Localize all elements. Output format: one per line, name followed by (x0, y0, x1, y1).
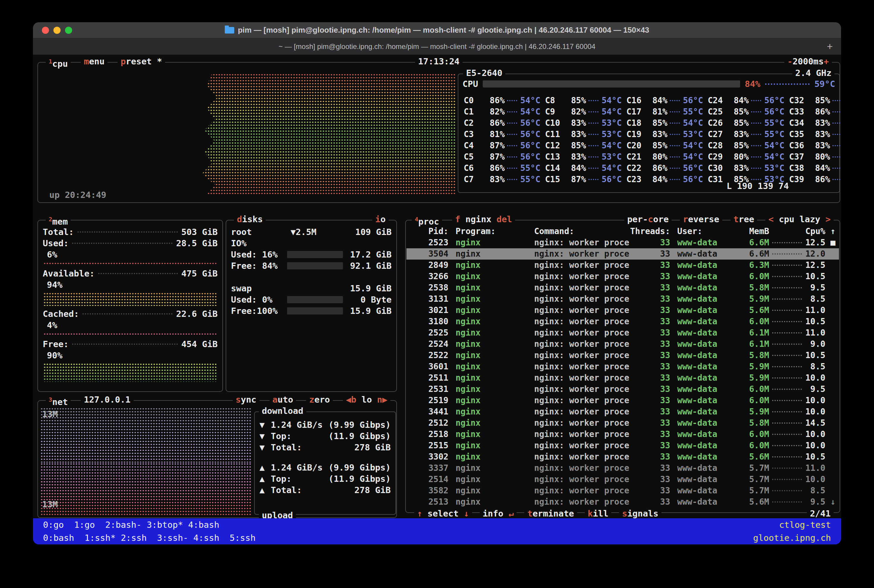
process-row[interactable]: 2519nginxnginx: worker proce33www-data6.… (406, 395, 839, 406)
mem-used-graph (44, 262, 217, 266)
tmux-window-list[interactable]: 0:go 1:go 2:bash- 3:btop* 4:bash (43, 520, 220, 530)
process-row[interactable]: 2531nginxnginx: worker proce33www-data6.… (406, 384, 839, 395)
interval-increase-button[interactable]: + (824, 56, 829, 66)
titlebar[interactable]: pim — [mosh] pim@glootie.ipng.ch: /home/… (33, 22, 841, 38)
net-ip-address: 127.0.0.1 (81, 394, 133, 408)
cpu-total-label: CPU (463, 78, 478, 90)
cpu-core: C1885%54°C (624, 117, 706, 129)
process-row[interactable]: 2514nginxnginx: worker proce33www-data5.… (406, 474, 839, 485)
process-row[interactable]: 3504nginxnginx: worker proce33www-data6.… (406, 248, 839, 260)
net-zero-button[interactable]: zero (306, 394, 333, 405)
terminate-control[interactable]: terminate (524, 508, 577, 519)
process-panel: 4proc f nginx del per-core reverse tree … (405, 220, 840, 513)
cpu-total-temp: 59°C (814, 78, 835, 90)
net-sync-button[interactable]: sync (233, 394, 259, 405)
reverse-toggle[interactable]: reverse (680, 214, 722, 225)
process-row[interactable]: 2849nginxnginx: worker proce33www-data6.… (406, 260, 839, 271)
process-row[interactable]: 3441nginxnginx: worker proce33www-data5.… (406, 406, 839, 417)
download-arrow-icon: ▼ (259, 430, 271, 442)
process-row[interactable]: 3180nginxnginx: worker proce33www-data6.… (406, 316, 839, 327)
process-row[interactable]: 3302nginxnginx: worker proce33www-data5.… (406, 451, 839, 462)
hostname-label: glootie.ipng.ch (753, 533, 831, 543)
mem-box-label[interactable]: 2mem (46, 214, 71, 227)
cpu-core: C1684%56°C (624, 95, 706, 106)
download-arrow-icon: ▼ (259, 442, 271, 453)
process-row[interactable]: 2523nginxnginx: worker proce33www-data6.… (406, 237, 839, 248)
swap-used-row: Used: 0%0 Byte (231, 294, 391, 305)
process-row[interactable]: 2525nginxnginx: worker proce33www-data6.… (406, 327, 839, 339)
menu-button[interactable]: menu (81, 56, 107, 69)
process-row[interactable]: 2538nginxnginx: worker proce33www-data5.… (406, 282, 839, 293)
process-row[interactable]: 3266nginxnginx: worker proce33www-data6.… (406, 271, 839, 282)
new-tab-button[interactable]: + (827, 40, 833, 52)
prev-interface-button[interactable]: ◀b (346, 394, 356, 405)
process-row[interactable]: 2515nginxnginx: worker proce33www-data6.… (406, 440, 839, 451)
process-row[interactable]: 3582nginxnginx: worker proce33www-data5.… (406, 485, 839, 496)
sort-next-button[interactable]: > (826, 214, 830, 224)
process-filter[interactable]: f nginx del (452, 214, 515, 227)
process-row[interactable]: 3021nginxnginx: worker proce33www-data5.… (406, 304, 839, 316)
preset-button[interactable]: preset * (117, 56, 165, 69)
kill-control[interactable]: kill (585, 508, 612, 519)
scrollbar-thumb[interactable]: ■ (825, 237, 835, 248)
process-row[interactable]: 2511nginxnginx: worker proce33www-data5.… (406, 372, 839, 384)
zoom-button[interactable] (65, 27, 72, 34)
cpu-core: C3285%53°C (787, 95, 841, 106)
disks-box-label[interactable]: disks (234, 214, 266, 225)
screen-window-list[interactable]: 0:bash 1:ssh* 2:ssh 3:ssh- 4:ssh 5:ssh (43, 533, 256, 543)
cpu-core: C2585%56°C (706, 106, 787, 117)
upload-top-row: ▲Top:(11.9 Gibps) (255, 473, 396, 484)
process-cpu-graph (772, 332, 802, 333)
next-interface-button[interactable]: n▶ (377, 394, 387, 405)
process-cpu-graph (772, 468, 802, 469)
tree-toggle[interactable]: tree (731, 214, 757, 225)
memory-panel-title: 2mem (46, 214, 71, 227)
interface-name: lo (356, 394, 377, 405)
per-core-toggle[interactable]: per-core (624, 214, 672, 225)
select-control[interactable]: ↑ select ↓ (414, 508, 472, 519)
scroll-down-icon[interactable]: ↓ (825, 496, 835, 508)
cpu-core: C1285%54°C (543, 140, 624, 151)
cpu-total-meter (483, 80, 740, 87)
disk-root-row: root▼2.5M109 GiB (231, 226, 391, 238)
interval-decrease-button[interactable]: - (787, 56, 792, 66)
sort-prev-button[interactable]: < (768, 214, 773, 224)
process-row[interactable]: 2512nginxnginx: worker proce33www-data5.… (406, 417, 839, 429)
proc-box-label[interactable]: 4proc (412, 214, 442, 227)
net-interface-switcher[interactable]: ◀b lo n▶ (343, 394, 390, 405)
disks-panel-title: disks (234, 214, 266, 225)
process-row[interactable]: 2524nginxnginx: worker proce33www-data6.… (406, 339, 839, 350)
cpu-model: E5-2640 (463, 68, 505, 79)
process-cpu-graph (772, 321, 802, 322)
signals-control[interactable]: signals (619, 508, 661, 519)
sort-selector[interactable]: < cpu lazy > (765, 214, 833, 225)
memory-panel: 2mem Total:503 GiB Used:28.5 GiB 6% Avai… (38, 220, 223, 392)
cpu-core: C182%54°C (461, 106, 543, 117)
download-arrow-icon: ▼ (259, 419, 271, 430)
cpu-box-label[interactable]: 1cpu (46, 56, 71, 69)
process-row[interactable]: 3337nginxnginx: worker proce33www-data5.… (406, 462, 839, 474)
sort-direction-icon: ↑ (825, 226, 835, 237)
process-cpu-graph (772, 287, 802, 288)
process-row[interactable]: 3131nginxnginx: worker proce33www-data5.… (406, 293, 839, 304)
process-row[interactable]: 3601nginxnginx: worker proce33www-data5.… (406, 361, 839, 372)
process-row[interactable]: 2518nginxnginx: worker proce33www-data6.… (406, 429, 839, 440)
process-row[interactable]: 2513nginxnginx: worker proce33www-data5.… (406, 496, 839, 508)
net-box-label[interactable]: 3net (46, 394, 71, 408)
process-list-header: Pid: Program: Command: Threads: User: Me… (406, 226, 839, 237)
traffic-lights (42, 27, 72, 34)
cpu-core: C3683%53°C (787, 140, 841, 151)
close-button[interactable] (42, 27, 49, 34)
filter-clear-button[interactable]: del (497, 214, 512, 224)
upload-arrow-icon: ▲ (259, 484, 271, 496)
process-cpu-graph (772, 411, 802, 412)
filter-key[interactable]: f (455, 214, 460, 224)
info-control[interactable]: info ↵ (480, 508, 517, 519)
io-mode-button[interactable]: io (372, 214, 389, 225)
swap-free-meter (287, 308, 343, 315)
btop-screen: 1cpu menu preset * 17:13:24 -2000ms+ up … (33, 55, 841, 518)
net-auto-button[interactable]: auto (269, 394, 296, 405)
process-row[interactable]: 2522nginxnginx: worker proce33www-data5.… (406, 350, 839, 361)
minimize-button[interactable] (53, 27, 60, 34)
process-cpu-graph (772, 298, 802, 300)
